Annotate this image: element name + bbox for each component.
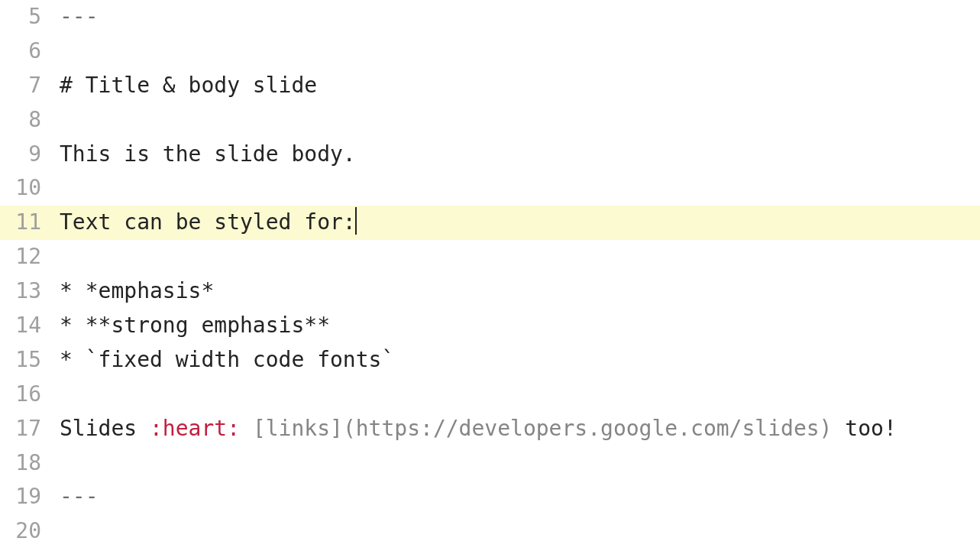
line-number: 16 (0, 378, 60, 412)
code-token: Text can be styled for: (60, 209, 356, 235)
line-content[interactable]: This is the slide body. (60, 138, 980, 172)
code-line[interactable]: 19--- (0, 480, 980, 514)
text-cursor (355, 207, 357, 235)
line-number: 13 (0, 274, 60, 309)
code-line[interactable]: 15* `fixed width code fonts` (0, 343, 980, 378)
code-token: --- (60, 484, 99, 509)
code-token: * *emphasis* (60, 278, 214, 303)
line-number: 15 (0, 343, 60, 378)
code-line[interactable]: 17Slides :heart: [links](https://develop… (0, 412, 980, 446)
code-token: [links](https://developers.google.com/sl… (253, 416, 833, 441)
line-content[interactable]: * `fixed width code fonts` (60, 343, 980, 378)
code-token: too! (832, 416, 896, 441)
code-token: * **strong emphasis** (60, 313, 330, 338)
line-content[interactable]: --- (60, 480, 980, 514)
code-line[interactable]: 18 (0, 446, 980, 481)
code-token (240, 416, 253, 441)
line-content[interactable]: * **strong emphasis** (60, 309, 980, 343)
line-content[interactable]: Text can be styled for: (60, 206, 980, 240)
line-number: 14 (0, 309, 60, 343)
line-number: 12 (0, 240, 60, 274)
code-token: * `fixed width code fonts` (60, 347, 394, 372)
line-number: 17 (0, 412, 60, 446)
line-number: 18 (0, 446, 60, 481)
code-token: Slides (60, 416, 150, 441)
code-line[interactable]: 6 (0, 34, 980, 69)
code-line[interactable]: 12 (0, 240, 980, 274)
line-number: 19 (0, 480, 60, 514)
line-number: 7 (0, 69, 60, 103)
code-token: --- (60, 4, 99, 29)
code-line[interactable]: 5--- (0, 0, 980, 34)
line-number: 8 (0, 103, 60, 138)
line-number: 11 (0, 206, 60, 240)
line-content[interactable]: # Title & body slide (60, 69, 980, 103)
code-line[interactable]: 7# Title & body slide (0, 69, 980, 103)
code-line[interactable]: 11Text can be styled for: (0, 206, 980, 240)
line-number: 9 (0, 138, 60, 172)
code-token: # Title & body slide (60, 73, 317, 98)
line-content[interactable]: Slides :heart: [links](https://developer… (60, 412, 980, 446)
code-token: :heart: (150, 416, 240, 441)
code-line[interactable]: 8 (0, 103, 980, 138)
code-token: This is the slide body. (60, 141, 356, 167)
code-line[interactable]: 13* *emphasis* (0, 274, 980, 309)
code-editor[interactable]: 5---67# Title & body slide89This is the … (0, 0, 980, 549)
code-line[interactable]: 9This is the slide body. (0, 138, 980, 172)
line-content[interactable]: --- (60, 0, 980, 34)
line-number: 10 (0, 171, 60, 206)
line-number: 5 (0, 0, 60, 34)
line-number: 6 (0, 34, 60, 69)
code-line[interactable]: 16 (0, 378, 980, 412)
line-content[interactable]: * *emphasis* (60, 274, 980, 309)
code-line[interactable]: 20 (0, 514, 980, 549)
code-line[interactable]: 10 (0, 171, 980, 206)
code-line[interactable]: 14* **strong emphasis** (0, 309, 980, 343)
line-number: 20 (0, 514, 60, 549)
